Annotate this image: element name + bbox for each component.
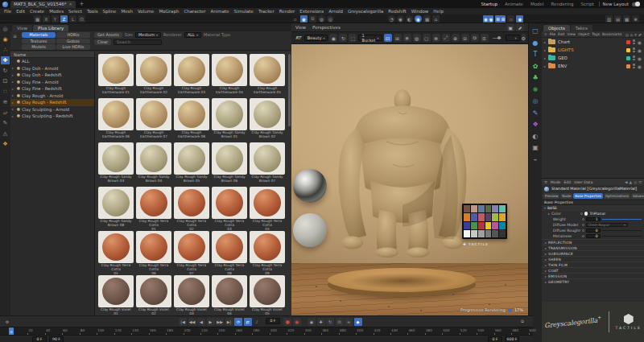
new-layout-label[interactable]: New Layout <box>603 2 629 6</box>
pop-out-icon[interactable]: ⬈ <box>638 32 642 37</box>
category-button[interactable]: Materials <box>22 32 56 38</box>
material-tile[interactable]: Clay Rough Sandy Brown 06 <box>212 142 247 185</box>
copy-icon[interactable]: ⧉ <box>471 34 479 42</box>
snap-icon[interactable]: ❖ <box>1 140 10 148</box>
visibility-toggles[interactable] <box>633 64 635 68</box>
autokey-button[interactable]: ◉ <box>293 318 301 326</box>
viewport-menu-item[interactable]: Perspectives <box>312 25 341 30</box>
category-button[interactable]: Models <box>22 44 56 50</box>
toolbar-icon[interactable]: ◉ ◉ <box>483 15 493 23</box>
loop-button[interactable]: ⟳ <box>234 318 242 326</box>
menu-item[interactable]: Arnold <box>328 9 343 14</box>
layout-toggle[interactable] <box>632 2 640 6</box>
material-tile[interactable]: Clay Rough Sandy Brown 01 <box>212 98 247 141</box>
toolbar-icon[interactable]: ◎ <box>327 15 334 23</box>
scale-tool-icon[interactable]: ⊡ <box>1 77 10 85</box>
render-icon[interactable]: ◔ <box>388 15 395 23</box>
render-icon[interactable]: ▦ <box>423 15 431 23</box>
menu-item[interactable]: Redshift <box>388 9 406 14</box>
exposure-slider[interactable] <box>493 38 502 39</box>
camera-object-icon[interactable]: ▣ <box>530 143 541 152</box>
attribute-tab[interactable]: Preview <box>543 193 559 199</box>
live-selection-icon[interactable]: ◉ <box>1 35 10 43</box>
collapsed-section-header[interactable]: ▸EMISSION <box>542 273 644 278</box>
base-section-header[interactable]: ▾BASE <box>542 205 644 211</box>
material-tile[interactable]: Clay Rough Earthenware 07 <box>136 98 171 141</box>
object-menu-item[interactable]: Tags <box>592 32 600 36</box>
mograph-field-icon[interactable]: ❋ <box>530 85 541 94</box>
home-icon[interactable]: ⌂ <box>630 32 633 37</box>
clear-button[interactable]: Clear <box>94 39 111 45</box>
current-frame-field[interactable]: 0 F <box>266 318 280 324</box>
render-toggle-icon[interactable]: ◉ <box>638 56 642 61</box>
render-icon[interactable]: ◉ <box>397 15 404 23</box>
range-start-field[interactable]: 0 F <box>32 336 47 342</box>
render-toggle-icon[interactable]: ◉ <box>638 47 642 53</box>
toolbar-icon[interactable]: ▦ <box>34 15 41 23</box>
toolbar-icon[interactable]: ⊕ <box>632 15 639 23</box>
roughness-slider[interactable] <box>602 230 642 232</box>
rotate-tool-icon[interactable]: ↻ <box>1 67 10 75</box>
menu-item[interactable]: Volume <box>138 9 154 14</box>
get-assets-button[interactable]: Get Assets <box>94 32 122 38</box>
category-button[interactable]: HDRIs <box>56 32 90 38</box>
clear-icon[interactable]: ⊗ <box>432 34 440 42</box>
tree-item[interactable]: ▸ Clay Fine - Redshift <box>10 85 94 93</box>
menu-item[interactable]: File <box>4 9 11 14</box>
material-tile[interactable]: Clay Rough Terra Cotta 05 <box>98 231 134 274</box>
tree-item[interactable]: ▸ Clay Rough - Arnold <box>10 93 94 100</box>
object-menu-item[interactable]: Object <box>578 32 589 36</box>
freeze-icon[interactable]: ❄ <box>403 34 411 42</box>
category-button[interactable]: Gobos <box>56 39 90 44</box>
mograph-matrix-icon[interactable]: ♣ <box>530 73 541 82</box>
menu-item[interactable]: Greyscalegorilla <box>348 9 383 14</box>
material-tile[interactable]: Clay Rough Earthenware 08 <box>174 98 209 141</box>
expand-timeline-icon[interactable]: ⧉ <box>518 318 526 326</box>
back-icon[interactable]: ◀ <box>625 180 628 184</box>
renderer-dropdown[interactable]: ALL▾ <box>184 32 201 38</box>
material-tile[interactable]: Clay Rough Terra Cotta 08 <box>212 231 247 274</box>
snapshot-icon[interactable]: ◉ <box>329 34 337 42</box>
material-tile[interactable]: Clay Rough Sandy Brown 03 <box>98 142 134 185</box>
library-tab[interactable]: View <box>12 25 32 31</box>
viewport-float-icon[interactable]: ⬈ <box>516 23 524 31</box>
material-tile[interactable]: Clay Rough Violet 04 <box>212 275 247 315</box>
menu-item[interactable]: Select <box>68 9 82 14</box>
search-icon[interactable]: ◎ <box>625 32 629 37</box>
material-tile[interactable]: Clay Rough Earthenware 03 <box>174 54 209 97</box>
material-tile[interactable]: Clay Rough Earthenware 06 <box>98 98 134 141</box>
fit-icon[interactable]: ⤢ <box>442 34 450 42</box>
cube-primitive-icon[interactable]: ▢ <box>530 27 541 35</box>
visibility-toggles[interactable] <box>633 47 635 52</box>
next-frame-button[interactable]: ▶▶ <box>216 318 224 326</box>
toolbar-icon[interactable]: ▤ <box>614 15 621 23</box>
object-menu-item[interactable]: Bookmarks <box>602 32 622 36</box>
axis-mode-icon[interactable]: ◬ <box>1 130 10 138</box>
render-icon[interactable]: ⌂ <box>432 15 440 23</box>
toolbar-icon[interactable]: ◍ <box>318 15 325 23</box>
category-button[interactable]: Textures <box>22 39 56 44</box>
menu-item[interactable]: Edit <box>16 9 25 14</box>
tree-item[interactable]: ▸ Clay Sculpting - Arnold <box>10 106 94 113</box>
menu-item[interactable]: MoGraph <box>159 9 179 14</box>
menu-item[interactable]: Render <box>279 9 295 14</box>
zoom-icon[interactable]: ◎ <box>1 25 10 33</box>
region-icon[interactable]: ⬚ <box>349 34 357 42</box>
toolbar-icon[interactable]: ▥ <box>605 15 613 23</box>
close-tab-icon[interactable]: ✕ <box>68 2 72 6</box>
document-tab[interactable]: MAT3_BLK_SG_V01546* ✕ <box>10 1 76 8</box>
visibility-toggles[interactable] <box>633 39 635 44</box>
filter-icon[interactable]: ▾ <box>634 32 637 37</box>
material-tile[interactable]: Clay Rough Violet 01 <box>98 275 134 315</box>
material-tile[interactable]: Clay Rough Terra Cotta 02 <box>174 187 209 229</box>
timeline-settings-gear-icon[interactable]: ⚙ <box>3 318 11 326</box>
menu-item[interactable]: Mesh <box>121 9 132 14</box>
toolbar-icon[interactable]: X <box>43 15 50 23</box>
collapsed-section-header[interactable]: ▸THIN FILM <box>542 262 644 267</box>
layout-tab[interactable]: Animate <box>505 2 523 6</box>
material-tile[interactable]: Clay Rough Sandy Brown 07 <box>250 142 285 185</box>
key-scale-icon[interactable]: ⊡ <box>336 318 344 326</box>
refresh-icon[interactable]: ↻ <box>339 34 347 42</box>
points-mode-icon[interactable]: ∷ <box>1 88 10 96</box>
menu-item[interactable]: Tools <box>87 9 98 14</box>
